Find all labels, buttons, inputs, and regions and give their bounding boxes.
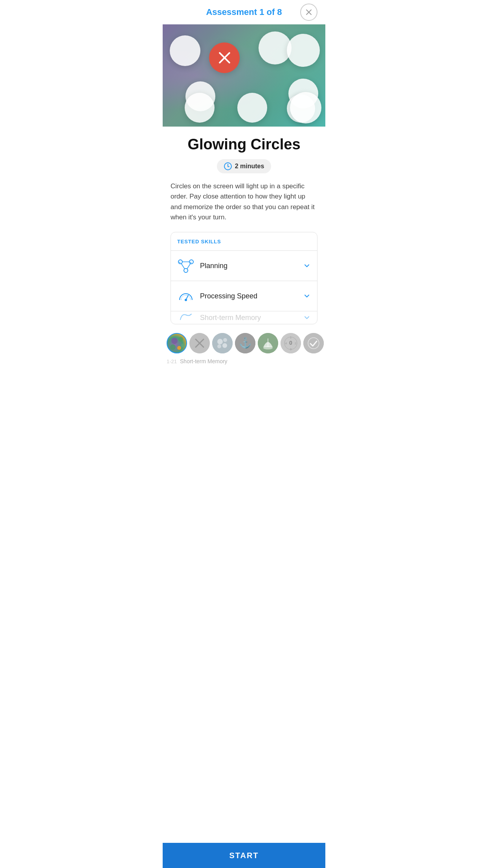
skills-header: TESTED SKILLS: [171, 232, 317, 251]
game-icon-1[interactable]: [167, 333, 187, 353]
svg-line-7: [187, 263, 191, 269]
hero-circle-bottom4: [290, 92, 321, 123]
game-description: Circles on the screen will light up in a…: [171, 181, 317, 223]
colorful-icon-svg: [167, 334, 187, 353]
chevron-down-processing-speed: [303, 292, 311, 300]
duration-badge: 2 minutes: [217, 159, 272, 173]
svg-point-21: [217, 339, 223, 344]
bottom-label-text: Short-term Memory: [180, 358, 227, 364]
svg-point-15: [177, 346, 181, 350]
clock-icon: [224, 162, 232, 170]
svg-point-11: [185, 299, 187, 301]
bubbles-icon-svg: [212, 333, 233, 353]
skill-name-planning: Planning: [200, 262, 303, 270]
game-icon-2[interactable]: [189, 333, 210, 353]
game-icon-3[interactable]: [212, 333, 233, 353]
skill-row-planning[interactable]: × × Planning: [171, 251, 317, 281]
header-title: Assessment 1 of 8: [206, 7, 282, 17]
hero-circle-5: [287, 34, 320, 67]
planning-icon: × ×: [177, 257, 194, 274]
sail-icon-svg: [258, 333, 278, 353]
svg-point-20: [212, 333, 233, 353]
bottom-icon-strip: ⚓ 0 1 2 3 4: [163, 328, 325, 358]
check-icon-svg: [303, 333, 324, 353]
anchor-icon-svg: ⚓: [235, 333, 255, 353]
chevron-down-planning: [303, 262, 311, 270]
speed-svg: [177, 289, 194, 303]
short-term-memory-icon: [177, 311, 194, 324]
svg-point-29: [263, 346, 273, 349]
processing-speed-icon: [177, 287, 194, 305]
game-title: Glowing Circles: [171, 136, 317, 153]
number-dial-svg: 0 1 2 3 4: [281, 333, 301, 353]
duration-text: 2 minutes: [235, 163, 264, 170]
game-icon-4[interactable]: ⚓: [235, 333, 255, 353]
svg-point-22: [223, 338, 227, 342]
close-icon: [305, 9, 312, 16]
svg-text:1: 1: [290, 336, 292, 339]
bottom-spacer: [163, 368, 325, 399]
skills-section: TESTED SKILLS × × Planning: [171, 232, 317, 324]
svg-point-13: [178, 337, 183, 342]
bottom-label-num: 1-21: [167, 359, 177, 364]
planning-svg: × ×: [177, 258, 194, 274]
gray-x-icon-svg: [189, 333, 210, 353]
skill-name-processing-speed: Processing Speed: [200, 292, 303, 300]
skill-row-short-term-memory[interactable]: Short-term Memory: [171, 311, 317, 324]
game-icon-7[interactable]: [303, 333, 324, 353]
skills-section-label: TESTED SKILLS: [177, 239, 221, 245]
svg-point-4: [184, 268, 188, 272]
chevron-down-memory: [303, 314, 311, 322]
svg-text:4: 4: [285, 342, 287, 345]
svg-text:0: 0: [289, 340, 292, 346]
main-content: Glowing Circles 2 minutes Circles on the…: [163, 127, 325, 324]
svg-point-12: [171, 338, 178, 344]
svg-text:×: ×: [179, 261, 181, 264]
svg-text:⚓: ⚓: [239, 337, 252, 349]
skill-row-processing-speed[interactable]: Processing Speed: [171, 281, 317, 311]
svg-text:3: 3: [290, 348, 292, 351]
bottom-area: ⚓ 0 1 2 3 4: [163, 324, 325, 368]
game-icon-5[interactable]: [258, 333, 278, 353]
header: Assessment 1 of 8: [163, 0, 325, 24]
game-icon-6[interactable]: 0 1 2 3 4: [281, 333, 301, 353]
svg-point-14: [170, 344, 176, 350]
skill-name-short-term-memory: Short-term Memory: [200, 314, 303, 322]
svg-point-23: [217, 344, 221, 348]
hero-circle-bottom2: [237, 93, 267, 123]
memory-svg: [177, 312, 194, 324]
hero-circle-red: [209, 42, 240, 73]
svg-point-37: [303, 333, 324, 353]
hero-circle-1: [170, 35, 200, 66]
svg-line-6: [181, 263, 185, 269]
svg-point-24: [222, 343, 227, 348]
close-button[interactable]: [300, 4, 317, 21]
svg-point-16: [181, 344, 185, 348]
hero-image: [163, 24, 325, 127]
svg-text:×: ×: [190, 261, 192, 264]
bottom-strip-label: 1-21 Short-term Memory: [163, 358, 325, 368]
svg-text:2: 2: [295, 342, 296, 345]
hero-circle-bottom1: [185, 93, 215, 123]
